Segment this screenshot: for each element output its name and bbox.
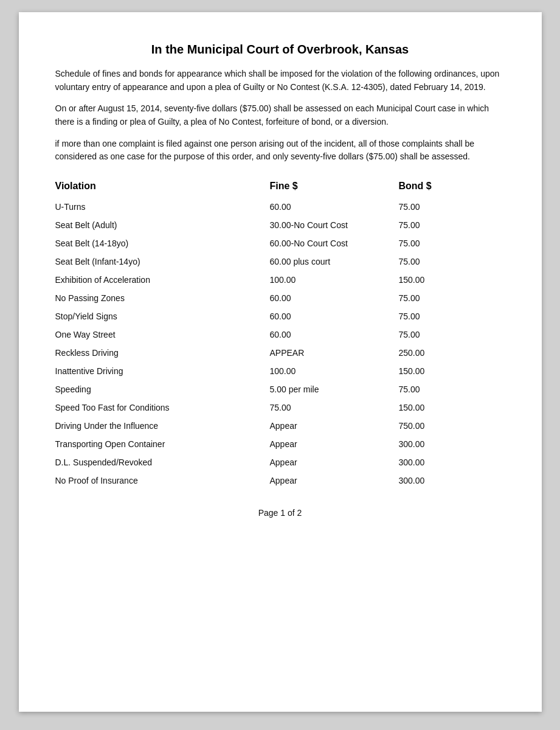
table-row: Exhibition of Acceleration100.00150.00 bbox=[55, 271, 505, 289]
fine-cell: 100.00 bbox=[258, 362, 393, 380]
fine-cell: 5.00 per mile bbox=[258, 380, 393, 398]
table-row: Speed Too Fast for Conditions75.00150.00 bbox=[55, 398, 505, 417]
table-row: Transporting Open ContainerAppear300.00 bbox=[55, 435, 505, 453]
fine-cell: 60.00 plus court bbox=[258, 252, 393, 271]
intro-paragraph-2: On or after August 15, 2014, seventy-fiv… bbox=[55, 102, 505, 128]
fine-cell: 60.00-No Court Cost bbox=[258, 234, 393, 252]
fine-cell: Appear bbox=[258, 471, 393, 490]
fine-cell: APPEAR bbox=[258, 344, 393, 362]
bond-cell: 75.00 bbox=[393, 325, 505, 344]
table-header-row: Violation Fine $ Bond $ bbox=[55, 177, 505, 198]
document-page: In the Municipal Court of Overbrook, Kan… bbox=[19, 12, 542, 712]
violation-cell: Inattentive Driving bbox=[55, 362, 258, 380]
fine-cell: 60.00 bbox=[258, 307, 393, 325]
bond-cell: 300.00 bbox=[393, 435, 505, 453]
violation-cell: One Way Street bbox=[55, 325, 258, 344]
bond-cell: 300.00 bbox=[393, 471, 505, 490]
bond-cell: 250.00 bbox=[393, 344, 505, 362]
bond-cell: 75.00 bbox=[393, 198, 505, 216]
page-number: Page 1 of 2 bbox=[258, 508, 302, 518]
fine-cell: Appear bbox=[258, 453, 393, 471]
intro-paragraph-1: Schedule of fines and bonds for appearan… bbox=[55, 68, 505, 94]
violation-cell: No Passing Zones bbox=[55, 289, 258, 307]
bond-cell: 75.00 bbox=[393, 234, 505, 252]
bond-cell: 75.00 bbox=[393, 216, 505, 234]
violations-table-section: Violation Fine $ Bond $ U-Turns60.0075.0… bbox=[55, 177, 505, 490]
bond-cell: 150.00 bbox=[393, 398, 505, 417]
fine-cell: 60.00 bbox=[258, 289, 393, 307]
violation-cell: Driving Under the Influence bbox=[55, 417, 258, 435]
bond-cell: 75.00 bbox=[393, 252, 505, 271]
violation-cell: Transporting Open Container bbox=[55, 435, 258, 453]
fine-cell: 60.00 bbox=[258, 198, 393, 216]
bond-cell: 150.00 bbox=[393, 362, 505, 380]
violation-cell: Stop/Yield Signs bbox=[55, 307, 258, 325]
table-row: No Passing Zones60.0075.00 bbox=[55, 289, 505, 307]
fine-cell: Appear bbox=[258, 417, 393, 435]
violation-cell: No Proof of Insurance bbox=[55, 471, 258, 490]
table-row: Speeding5.00 per mile75.00 bbox=[55, 380, 505, 398]
table-row: D.L. Suspended/RevokedAppear300.00 bbox=[55, 453, 505, 471]
violation-cell: Seat Belt (Infant-14yo) bbox=[55, 252, 258, 271]
table-row: No Proof of InsuranceAppear300.00 bbox=[55, 471, 505, 490]
table-row: Stop/Yield Signs60.0075.00 bbox=[55, 307, 505, 325]
bond-cell: 150.00 bbox=[393, 271, 505, 289]
violation-cell: D.L. Suspended/Revoked bbox=[55, 453, 258, 471]
fine-cell: 60.00 bbox=[258, 325, 393, 344]
intro-paragraph-3: if more than one complaint is filed agai… bbox=[55, 137, 505, 164]
table-row: Seat Belt (Adult)30.00-No Court Cost75.0… bbox=[55, 216, 505, 234]
fine-cell: 100.00 bbox=[258, 271, 393, 289]
bond-cell: 75.00 bbox=[393, 307, 505, 325]
violation-cell: Speed Too Fast for Conditions bbox=[55, 398, 258, 417]
fine-cell: 30.00-No Court Cost bbox=[258, 216, 393, 234]
bond-cell: 300.00 bbox=[393, 453, 505, 471]
violation-cell: Speeding bbox=[55, 380, 258, 398]
violations-table: Violation Fine $ Bond $ U-Turns60.0075.0… bbox=[55, 177, 505, 490]
bond-cell: 75.00 bbox=[393, 289, 505, 307]
violation-cell: U-Turns bbox=[55, 198, 258, 216]
violation-cell: Seat Belt (14-18yo) bbox=[55, 234, 258, 252]
page-footer: Page 1 of 2 bbox=[55, 508, 505, 518]
page-title: In the Municipal Court of Overbrook, Kan… bbox=[55, 43, 505, 57]
bond-cell: 75.00 bbox=[393, 380, 505, 398]
table-row: U-Turns60.0075.00 bbox=[55, 198, 505, 216]
header-fine: Fine $ bbox=[258, 177, 393, 198]
violation-cell: Seat Belt (Adult) bbox=[55, 216, 258, 234]
fine-cell: 75.00 bbox=[258, 398, 393, 417]
table-row: Seat Belt (Infant-14yo)60.00 plus court7… bbox=[55, 252, 505, 271]
fine-cell: Appear bbox=[258, 435, 393, 453]
table-row: Seat Belt (14-18yo)60.00-No Court Cost75… bbox=[55, 234, 505, 252]
violation-cell: Exhibition of Acceleration bbox=[55, 271, 258, 289]
table-row: Reckless DrivingAPPEAR250.00 bbox=[55, 344, 505, 362]
table-row: Inattentive Driving100.00150.00 bbox=[55, 362, 505, 380]
bond-cell: 750.00 bbox=[393, 417, 505, 435]
header-violation: Violation bbox=[55, 177, 258, 198]
table-row: Driving Under the InfluenceAppear750.00 bbox=[55, 417, 505, 435]
table-row: One Way Street60.0075.00 bbox=[55, 325, 505, 344]
header-bond: Bond $ bbox=[393, 177, 505, 198]
violation-cell: Reckless Driving bbox=[55, 344, 258, 362]
